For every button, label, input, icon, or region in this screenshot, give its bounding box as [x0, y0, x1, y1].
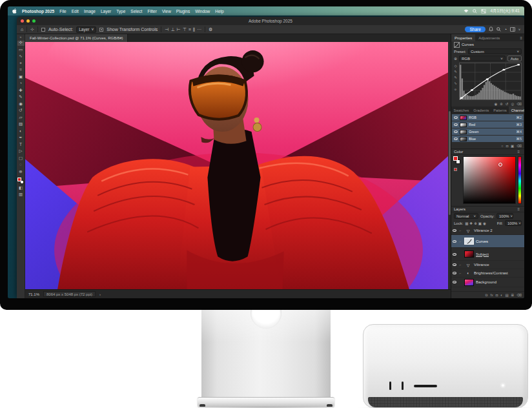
menu-item-type[interactable]: Type — [116, 9, 125, 14]
discover-lightbulb-icon[interactable]: ◔ — [504, 27, 507, 32]
apple-menu-icon[interactable] — [12, 8, 17, 14]
lock-icon[interactable]: ◉ — [483, 221, 486, 225]
curve-control-point[interactable] — [502, 69, 505, 70]
tool-quick-mask[interactable]: ◧ — [17, 185, 25, 190]
channel-row-red[interactable]: Red⌘3 — [452, 121, 524, 128]
show-transform-checkbox[interactable] — [99, 28, 103, 32]
tool-hand[interactable]: ◌ — [17, 163, 25, 168]
curve-tool-icon[interactable]: ⌯ — [454, 87, 456, 92]
align-icon[interactable]: ⋯ — [197, 27, 201, 32]
layer-row-vibrance-2[interactable]: ⌐▽Vibrance 2 — [451, 227, 524, 235]
menu-item-select[interactable]: Select — [130, 9, 142, 14]
tool-crop[interactable]: ⌗ — [17, 68, 25, 73]
layer-row-background[interactable]: Background — [451, 278, 524, 287]
layers-footer-icon[interactable]: ▤ — [505, 293, 508, 297]
layers-footer-icon[interactable]: ⧉ — [486, 293, 488, 298]
targeted-adjustment-icon[interactable]: ⊕ — [454, 56, 457, 61]
layer-row-brightness-contrast[interactable]: ⌐◐Brightness/Contrast — [451, 269, 524, 278]
align-icon[interactable]: ⊢ — [177, 27, 181, 32]
curve-control-point[interactable] — [460, 97, 463, 99]
curve-control-point[interactable] — [517, 64, 520, 65]
menu-item-layer[interactable]: Layer — [101, 9, 111, 14]
menu-item-view[interactable]: View — [162, 9, 171, 14]
curves-footer-icon[interactable]: ↺ — [506, 102, 509, 106]
visibility-eye-icon[interactable] — [453, 240, 456, 243]
layers-footer-icon[interactable]: fx — [490, 293, 493, 297]
tool-move[interactable]: ⊹ — [17, 41, 25, 46]
curve-control-point[interactable] — [486, 78, 489, 79]
align-icon[interactable]: ⊣ — [165, 27, 169, 32]
align-icon[interactable]: ≡ — [189, 27, 191, 32]
menu-item-help[interactable]: Help — [215, 9, 223, 14]
preset-dropdown[interactable]: Custom˅ — [468, 48, 522, 54]
panel-menu-icon[interactable]: ≡ — [517, 207, 522, 211]
menu-item-filter[interactable]: Filter — [147, 9, 156, 14]
curves-adjustment-thumbnail[interactable] — [464, 238, 474, 245]
tool-path-select[interactable]: ▷ — [17, 149, 25, 154]
tool-object-selection[interactable]: ⌖ — [17, 61, 25, 66]
mini-color-swatch[interactable] — [454, 168, 457, 171]
curves-histogram[interactable] — [459, 63, 522, 100]
curve-tool-icon[interactable]: ∿ — [454, 81, 457, 85]
channels-footer-icon[interactable]: ⌫ — [517, 144, 522, 148]
wifi-icon[interactable] — [464, 9, 469, 13]
status-chevron-icon[interactable]: › — [99, 292, 101, 296]
tool-lasso[interactable]: ∿ — [17, 54, 25, 59]
tab-gradients[interactable]: Gradients — [471, 107, 491, 114]
tool-brush[interactable]: ✎ — [17, 95, 25, 100]
tool-history-brush[interactable]: ↺ — [17, 108, 25, 114]
visibility-eye-icon[interactable] — [453, 263, 456, 266]
search-icon[interactable] — [496, 27, 501, 32]
curves-footer-icon[interactable]: ⊚ — [500, 102, 503, 106]
layer-row-curves[interactable]: ⌐Curves — [451, 235, 524, 248]
layers-footer-icon[interactable]: ⌫ — [517, 293, 522, 297]
panel-menu-icon[interactable]: ≡ — [520, 36, 524, 40]
tool-healing[interactable]: ✚ — [17, 88, 25, 93]
channel-row-blue[interactable]: Blue⌘5 — [452, 136, 524, 142]
auto-select-dropdown[interactable]: Layer˅ — [76, 26, 96, 33]
menu-item-plugins[interactable]: Plugins — [176, 9, 190, 14]
channel-row-green[interactable]: Green⌘4 — [452, 128, 524, 135]
share-button[interactable]: Share — [465, 26, 485, 32]
visibility-eye-icon[interactable] — [454, 138, 458, 140]
menu-item-file[interactable]: File — [59, 9, 66, 14]
opacity-dropdown[interactable]: 100%˅ — [496, 213, 513, 219]
curve-tool-icon[interactable]: ◇ — [454, 64, 456, 68]
align-icon[interactable]: ⊤ — [183, 27, 187, 32]
move-tool-icon[interactable]: ⊹ — [30, 27, 34, 32]
channels-footer-icon[interactable]: ▣ — [511, 144, 514, 148]
curves-footer-icon[interactable]: ◎ — [511, 102, 514, 106]
menu-item-image[interactable]: Image — [84, 9, 96, 14]
tab-patterns[interactable]: Patterns — [491, 107, 509, 114]
control-center-icon[interactable] — [481, 9, 486, 14]
tool-clone-stamp[interactable]: ◉ — [17, 101, 25, 107]
channels-footer-icon[interactable]: ○ — [501, 144, 503, 148]
workspace-switcher-icon[interactable] — [510, 27, 515, 32]
auto-button[interactable]: Auto — [507, 56, 522, 61]
menu-item-photoshop-2025[interactable]: Photoshop 2025 — [22, 9, 54, 14]
workspace-gear-icon[interactable]: ⚙ — [209, 27, 212, 32]
curves-footer-icon[interactable]: ⌫ — [517, 102, 522, 106]
lock-icon[interactable]: ✚ — [470, 221, 473, 225]
blend-mode-dropdown[interactable]: Normal˅ — [454, 213, 478, 219]
tool-screen-mode[interactable]: ▥ — [17, 192, 25, 198]
tool-eraser[interactable]: ▱ — [17, 115, 25, 120]
visibility-eye-icon[interactable] — [453, 229, 456, 232]
visibility-eye-icon[interactable] — [453, 253, 456, 256]
align-icon[interactable]: ⊥ — [170, 27, 174, 32]
layers-footer-icon[interactable]: ⊞ — [511, 293, 515, 297]
visibility-eye-icon[interactable] — [453, 281, 456, 283]
zoom-level[interactable]: 71.1% — [28, 292, 39, 296]
search-icon[interactable] — [473, 9, 477, 14]
lock-icon[interactable]: ▦ — [465, 221, 468, 225]
channel-row-rgb[interactable]: RGB⌘2 — [452, 114, 524, 121]
canvas-artwork[interactable] — [25, 42, 451, 289]
curves-footer-icon[interactable]: ◉ — [494, 102, 497, 106]
menu-bar-clock[interactable]: 4月1日(火) 9:41 — [490, 8, 520, 14]
foreground-color-swatch[interactable] — [17, 178, 21, 181]
panel-menu-icon[interactable]: ≡ — [517, 150, 522, 154]
tab-swatches[interactable]: Swatches — [451, 107, 471, 114]
fill-dropdown[interactable]: 100%˅ — [505, 220, 522, 226]
tool-marquee[interactable]: ▭ — [17, 47, 25, 52]
auto-select-checkbox[interactable] — [41, 28, 45, 32]
